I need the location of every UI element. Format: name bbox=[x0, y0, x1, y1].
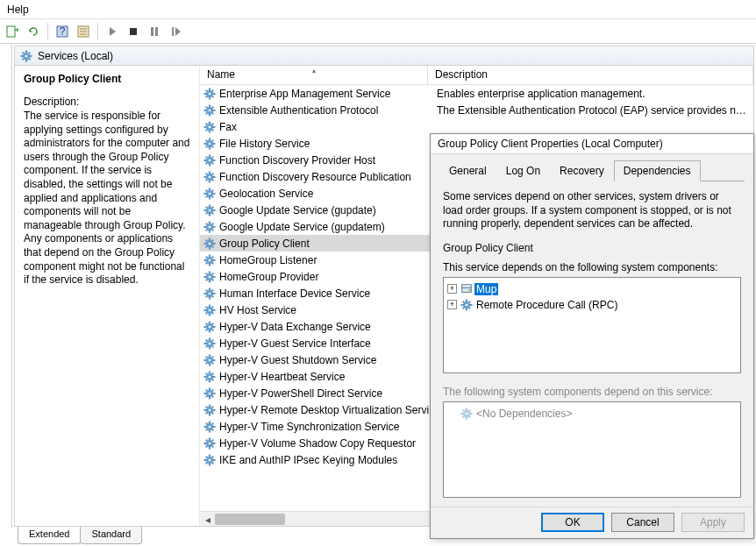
ok-button[interactable]: OK bbox=[541, 513, 604, 532]
svg-rect-21 bbox=[151, 27, 153, 36]
dependency-row[interactable]: +Remote Procedure Call (RPC) bbox=[447, 297, 737, 313]
content-header: Services (Local) bbox=[15, 46, 753, 66]
service-name: Extensible Authentication Protocol bbox=[219, 104, 430, 117]
properties-dialog: Group Policy Client Properties (Local Co… bbox=[430, 133, 754, 539]
service-name: HomeGroup Provider bbox=[219, 271, 430, 283]
service-icon bbox=[203, 138, 216, 150]
service-icon bbox=[203, 387, 216, 400]
content-title: Services (Local) bbox=[38, 50, 113, 62]
pause-button[interactable] bbox=[146, 23, 163, 40]
service-icon bbox=[203, 171, 216, 183]
service-icon bbox=[203, 304, 216, 316]
dialog-tabs: General Log On Recovery Dependencies bbox=[439, 160, 745, 181]
service-name: Google Update Service (gupdate) bbox=[219, 204, 430, 216]
column-name[interactable]: Name▴ bbox=[200, 66, 428, 84]
tab-extended[interactable]: Extended bbox=[18, 527, 81, 544]
service-name: Google Update Service (gupdatem) bbox=[219, 221, 430, 233]
restart-button[interactable] bbox=[167, 23, 184, 40]
tree-pane-sliver bbox=[0, 44, 12, 528]
service-name: Function Discovery Provider Host bbox=[219, 154, 430, 167]
service-name: IKE and AuthIP IPsec Keying Modules bbox=[219, 454, 430, 466]
tab-standard[interactable]: Standard bbox=[80, 527, 142, 544]
drive-icon bbox=[460, 283, 473, 295]
service-name: Function Discovery Resource Publication bbox=[219, 171, 430, 183]
stop-button[interactable] bbox=[125, 23, 142, 40]
description-pane: Group Policy Client Description: The ser… bbox=[15, 66, 199, 526]
start-button[interactable] bbox=[103, 23, 121, 40]
view-tabs: Extended Standard bbox=[18, 527, 141, 544]
service-name: Geolocation Service bbox=[219, 188, 430, 200]
list-header: Name▴ Description bbox=[200, 66, 753, 85]
no-dependencies-label: <No Dependencies> bbox=[474, 408, 574, 420]
description-text: The service is responsible for applying … bbox=[24, 110, 190, 287]
dependency-row[interactable]: +Mup bbox=[447, 281, 737, 297]
service-row[interactable]: Extensible Authentication ProtocolThe Ex… bbox=[200, 102, 753, 118]
menu-help[interactable]: Help bbox=[7, 4, 29, 16]
tab-recovery[interactable]: Recovery bbox=[550, 160, 614, 181]
properties-button[interactable] bbox=[75, 23, 92, 40]
help-button[interactable]: ? bbox=[53, 23, 71, 40]
service-icon bbox=[203, 421, 216, 433]
svg-rect-23 bbox=[172, 27, 174, 36]
service-name: Group Policy Client bbox=[219, 238, 430, 250]
service-icon bbox=[203, 287, 216, 300]
column-description[interactable]: Description bbox=[428, 66, 753, 84]
service-icon bbox=[203, 371, 216, 383]
dialog-service-name: Group Policy Client bbox=[443, 242, 741, 254]
service-icon bbox=[203, 88, 216, 100]
service-name: HV Host Service bbox=[219, 304, 430, 316]
service-icon bbox=[203, 188, 216, 200]
service-name: Hyper-V Volume Shadow Copy Requestor bbox=[219, 437, 430, 450]
service-name: Hyper-V Remote Desktop Virtualization Se… bbox=[219, 404, 430, 416]
sort-indicator: ▴ bbox=[312, 67, 316, 74]
dialog-title: Group Policy Client Properties (Local Co… bbox=[431, 134, 753, 154]
expand-icon[interactable]: + bbox=[447, 300, 457, 309]
export-button[interactable] bbox=[4, 23, 21, 40]
service-name: Hyper-V Heartbeat Service bbox=[219, 371, 430, 383]
svg-rect-13 bbox=[7, 26, 15, 37]
service-name: Hyper-V PowerShell Direct Service bbox=[219, 387, 430, 400]
service-icon bbox=[203, 221, 216, 233]
depended-by-tree[interactable]: <No Dependencies> bbox=[443, 401, 741, 498]
service-icon bbox=[203, 238, 216, 250]
service-icon bbox=[203, 321, 216, 333]
selected-service-name: Group Policy Client bbox=[24, 73, 190, 85]
cancel-button[interactable]: Cancel bbox=[611, 513, 674, 532]
depends-on-tree[interactable]: +Mup+Remote Procedure Call (RPC) bbox=[443, 277, 741, 373]
svg-rect-22 bbox=[155, 27, 158, 36]
service-icon bbox=[203, 104, 216, 117]
scroll-left-arrow[interactable]: ◂ bbox=[200, 512, 215, 526]
service-icon bbox=[203, 354, 216, 366]
menu-bar: Help bbox=[0, 0, 756, 19]
gear-icon bbox=[460, 408, 473, 420]
expand-icon[interactable]: + bbox=[447, 284, 457, 294]
tab-dependencies[interactable]: Dependencies bbox=[614, 160, 701, 181]
service-icon bbox=[203, 337, 216, 350]
service-icon bbox=[203, 154, 216, 167]
service-name: Hyper-V Data Exchange Service bbox=[219, 321, 430, 333]
gear-icon bbox=[460, 299, 473, 311]
dialog-buttons: OK Cancel Apply bbox=[431, 507, 753, 538]
service-icon bbox=[203, 437, 216, 450]
tab-general[interactable]: General bbox=[439, 160, 496, 181]
service-icon bbox=[203, 121, 216, 133]
depends-on-label: This service depends on the following sy… bbox=[443, 261, 741, 273]
service-icon bbox=[203, 454, 216, 466]
svg-rect-20 bbox=[130, 28, 137, 35]
service-name: Hyper-V Guest Service Interface bbox=[219, 337, 430, 350]
tab-logon[interactable]: Log On bbox=[496, 160, 550, 181]
service-icon bbox=[203, 404, 216, 416]
services-icon bbox=[20, 50, 32, 62]
service-description: Enables enterprise application managemen… bbox=[430, 88, 750, 100]
svg-text:?: ? bbox=[60, 25, 66, 38]
service-icon bbox=[203, 254, 216, 266]
toolbar: ? bbox=[0, 19, 756, 44]
service-icon bbox=[203, 204, 216, 216]
service-row[interactable]: Enterprise App Management ServiceEnables… bbox=[200, 85, 753, 102]
refresh-button[interactable] bbox=[25, 23, 42, 40]
service-name: Hyper-V Guest Shutdown Service bbox=[219, 354, 430, 366]
service-name: HomeGroup Listener bbox=[219, 254, 430, 266]
service-icon bbox=[203, 271, 216, 283]
dependency-name: Mup bbox=[474, 283, 498, 295]
scroll-thumb[interactable] bbox=[215, 514, 285, 525]
